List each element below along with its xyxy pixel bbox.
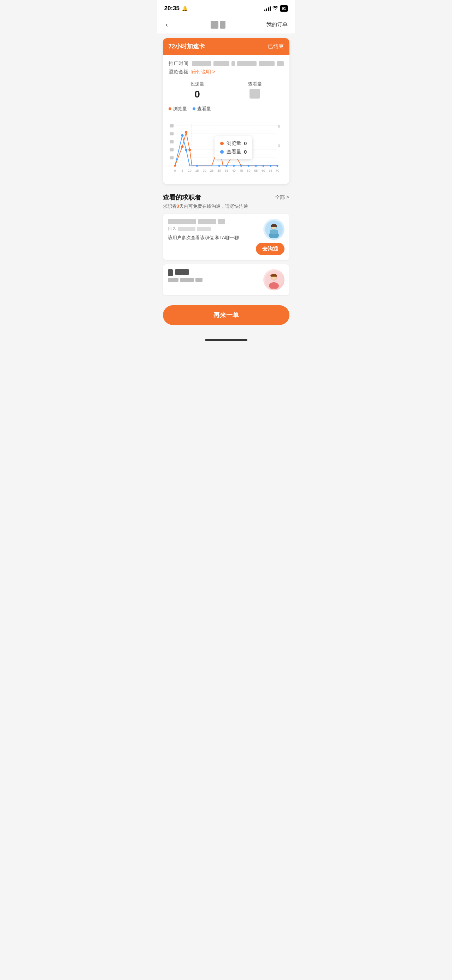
svg-point-32: [196, 165, 197, 167]
avatar-2: [263, 269, 285, 290]
svg-point-33: [218, 165, 220, 167]
svg-point-39: [262, 165, 264, 167]
tooltip-view-row: 查看量 0: [220, 149, 247, 155]
svg-text:20: 20: [202, 169, 206, 172]
legend-browse-label: 浏览量: [173, 106, 187, 112]
svg-point-27: [174, 165, 176, 167]
tooltip-browse-label: 浏览量: [226, 140, 241, 146]
seekers-all-button[interactable]: 全部 >: [275, 194, 289, 200]
promo-card: 72小时加速卡 已结束 推广时间 退款金额 赔付说明 >: [163, 38, 290, 184]
svg-text:50: 50: [247, 169, 250, 172]
promo-card-header: 72小时加速卡 已结束: [163, 38, 290, 55]
promo-time-value: [192, 61, 284, 66]
promo-time-row: 推广时间: [169, 60, 284, 67]
order-link[interactable]: 我的订单: [266, 21, 288, 28]
bell-icon: 🔔: [181, 6, 188, 11]
days-highlight: 3: [177, 204, 179, 209]
reorder-button[interactable]: 再来一单: [163, 305, 290, 325]
status-bar: 20:35 🔔 91: [157, 0, 295, 16]
seeker-right-1: 去沟通: [256, 219, 285, 255]
svg-point-30: [181, 134, 183, 137]
refund-label: 退款金额: [169, 69, 188, 75]
promo-body: 推广时间 退款金额 赔付说明 > 投递量 0: [163, 55, 290, 184]
svg-rect-46: [170, 156, 173, 159]
seekers-section: 查看的求职者 全部 > 求职者3天内可免费在线沟通，请尽快沟通 目ス 该用户多次…: [157, 188, 295, 295]
svg-text:70: 70: [275, 169, 279, 172]
tooltip-dot-blue: [220, 150, 224, 154]
svg-point-36: [240, 165, 242, 167]
subtitle-suffix: 天内可免费在线沟通，请尽快沟通: [179, 204, 248, 209]
nav-bar: ‹ 我的订单: [157, 16, 295, 34]
svg-rect-44: [170, 140, 173, 143]
seeker-name-row-2: [168, 269, 259, 276]
svg-text:3: 3: [278, 143, 280, 147]
svg-rect-43: [170, 132, 173, 135]
svg-text:60: 60: [261, 169, 265, 172]
chart-tooltip: 浏览量 0 查看量 0: [215, 136, 253, 159]
svg-text:10: 10: [188, 169, 191, 172]
seeker-info-2: [168, 269, 259, 285]
home-indicator: [157, 336, 295, 344]
battery-icon: 91: [280, 5, 288, 12]
seeker-card-2: [163, 264, 290, 295]
status-time: 20:35 🔔: [164, 5, 188, 12]
svg-text:5: 5: [181, 169, 183, 172]
logo-square1: [211, 21, 218, 29]
back-button[interactable]: ‹: [164, 19, 170, 30]
chart-legend: 浏览量 查看量: [169, 106, 284, 112]
wifi-icon: [272, 6, 278, 11]
seeker-desc-1: 该用户多次查看该职位 和TA聊一聊: [168, 235, 251, 241]
legend-dot-orange: [169, 107, 171, 110]
stats-row: 投递量 0 查看量: [169, 81, 284, 100]
svg-text:65: 65: [269, 169, 272, 172]
tooltip-browse-row: 浏览量 0: [220, 140, 247, 146]
view-value: [248, 89, 262, 99]
svg-point-37: [247, 165, 249, 167]
svg-text:55: 55: [254, 169, 258, 172]
svg-rect-45: [170, 148, 173, 151]
legend-dot-blue: [193, 107, 196, 110]
svg-point-34: [226, 165, 227, 167]
svg-text:25: 25: [210, 169, 213, 172]
status-icons: 91: [264, 5, 288, 12]
seeker-meta-1: 目ス: [168, 226, 251, 232]
view-stat: 查看量: [248, 81, 262, 100]
svg-text:0: 0: [174, 169, 176, 172]
svg-rect-42: [170, 124, 173, 127]
legend-view-label: 查看量: [197, 106, 211, 112]
tooltip-view-label: 查看量: [226, 149, 241, 155]
tooltip-view-value: 0: [244, 149, 247, 155]
chart-container: 5 3 0 5 10 15 20: [169, 115, 284, 178]
view-label: 查看量: [248, 81, 262, 87]
time-display: 20:35: [164, 5, 180, 12]
svg-point-38: [255, 165, 256, 167]
signal-icon: [264, 6, 271, 11]
main-content: 72小时加速卡 已结束 推广时间 退款金额 赔付说明 >: [157, 38, 295, 344]
seeker-card-1: 目ス 该用户多次查看该职位 和TA聊一聊: [163, 214, 290, 260]
bottom-btn-wrap: 再来一单: [157, 299, 295, 336]
svg-point-40: [270, 165, 271, 167]
svg-text:35: 35: [224, 169, 228, 172]
svg-text:45: 45: [239, 169, 243, 172]
nav-logo: [211, 21, 226, 29]
svg-point-24: [181, 145, 183, 148]
refund-row: 退款金额 赔付说明 >: [169, 69, 284, 75]
tooltip-browse-value: 0: [244, 141, 247, 146]
home-bar: [205, 339, 247, 341]
svg-rect-51: [270, 230, 278, 234]
seeker-name-row-1: [168, 219, 251, 224]
subtitle-text: 求职者: [163, 204, 177, 209]
legend-view: 查看量: [193, 106, 211, 112]
svg-point-35: [233, 165, 235, 167]
delivery-label: 投递量: [191, 81, 204, 87]
svg-text:15: 15: [195, 169, 199, 172]
seekers-header: 查看的求职者 全部 >: [163, 188, 290, 203]
delivery-value: 0: [191, 89, 204, 100]
seekers-subtitle: 求职者3天内可免费在线沟通，请尽快沟通: [163, 203, 290, 210]
svg-text:5: 5: [278, 124, 280, 128]
seeker-info-1: 目ス 该用户多次查看该职位 和TA聊一聊: [168, 219, 251, 245]
contact-button-1[interactable]: 去沟通: [256, 243, 285, 255]
refund-link[interactable]: 赔付说明 >: [191, 69, 215, 75]
seeker-right-2: [263, 269, 285, 290]
delivery-stat: 投递量 0: [191, 81, 204, 100]
